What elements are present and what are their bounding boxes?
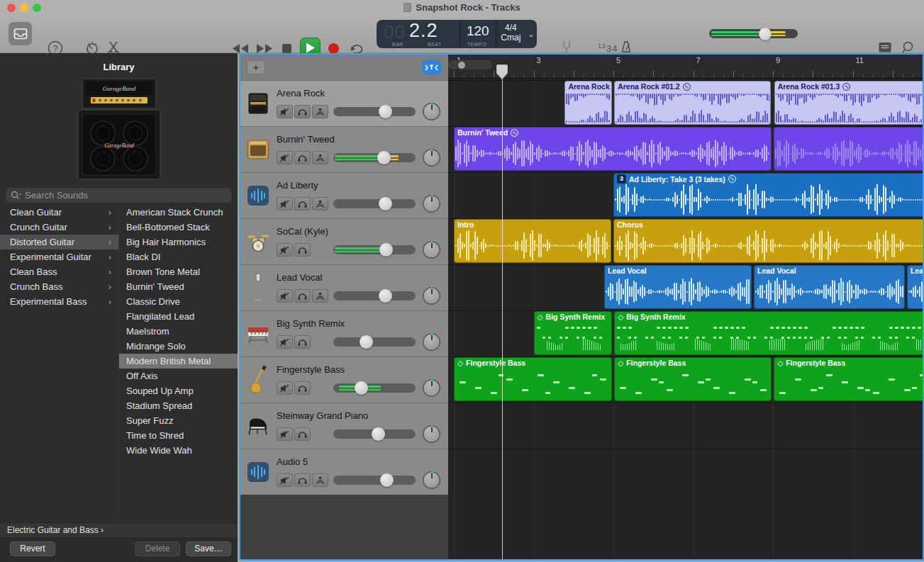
input-button[interactable] (312, 197, 328, 210)
track-filter-button[interactable] (422, 60, 441, 74)
pan-knob[interactable] (423, 471, 440, 489)
volume-slider-knob[interactable] (377, 151, 391, 164)
timeline-ruler[interactable]: 1357911 (448, 55, 923, 79)
loop-browser-button[interactable] (901, 40, 915, 55)
volume-slider-knob[interactable] (360, 335, 373, 349)
library-preset-black-di[interactable]: Black DI (119, 249, 238, 264)
track-header-ad-liberty[interactable]: Ad Liberty (240, 172, 448, 218)
record-button[interactable] (328, 43, 339, 54)
lcd-display[interactable]: 00 2.2 BAR BEAT 120 TEMPO 4/4 Cmaj ⌄ (377, 20, 537, 48)
track-volume-slider[interactable] (333, 337, 416, 347)
region-arena-rock-01-2[interactable]: Arena Rock #01.2∿ (614, 81, 771, 125)
search-sounds-field[interactable]: Search Sounds (6, 188, 232, 203)
library-preset-super-fuzz[interactable]: Super Fuzz (119, 413, 238, 428)
library-preset-wide-wide-wah[interactable]: Wide Wide Wah (119, 443, 238, 458)
pan-knob[interactable] (423, 333, 440, 351)
horizontal-zoom-slider[interactable] (448, 60, 492, 69)
region-lead-vocal[interactable]: Lead Vocal (604, 265, 752, 309)
solo-button[interactable] (294, 289, 311, 303)
mute-button[interactable] (277, 197, 293, 210)
track-volume-slider[interactable] (333, 107, 416, 116)
library-preset-time-to-shred[interactable]: Time to Shred (119, 428, 238, 443)
track-header-big-synth-remix[interactable]: Big Synth Remix (240, 310, 448, 356)
pan-knob[interactable] (423, 195, 440, 213)
input-button[interactable] (312, 289, 328, 303)
volume-slider-knob[interactable] (372, 427, 385, 441)
track-volume-slider[interactable] (333, 291, 416, 300)
solo-button[interactable] (294, 473, 311, 487)
track-volume-slider[interactable] (333, 245, 416, 254)
tuner-button[interactable] (560, 40, 573, 54)
library-preset-maelstrom[interactable]: Maelstrom (119, 324, 238, 339)
region-untitled[interactable] (774, 127, 923, 171)
volume-slider-knob[interactable] (379, 197, 392, 210)
volume-slider-knob[interactable] (379, 105, 392, 118)
metronome-button[interactable] (619, 40, 633, 55)
add-track-button[interactable]: + (247, 60, 265, 74)
library-preset-midrange-solo[interactable]: Midrange Solo (119, 339, 238, 354)
region-big-synth-remix[interactable]: ◇Big Synth Remix (534, 311, 612, 355)
input-button[interactable] (312, 151, 328, 164)
solo-button[interactable] (294, 335, 311, 349)
library-preset-off-axis[interactable]: Off Axis (119, 369, 238, 383)
track-header-fingerstyle-bass[interactable]: Fingerstyle Bass (240, 356, 448, 403)
library-breadcrumb[interactable]: Electric Guitar and Bass › (0, 522, 238, 537)
track-volume-slider[interactable] (333, 199, 416, 208)
zoom-slider-knob[interactable] (458, 62, 465, 69)
volume-slider-knob[interactable] (380, 473, 394, 487)
region-big-synth-remix[interactable]: ◇Big Synth Remix (614, 311, 923, 355)
library-preset-big-hair-harmonics[interactable]: Big Hair Harmonics (119, 235, 238, 249)
track-header-audio-5[interactable]: Audio 5 (240, 449, 448, 495)
track-volume-slider[interactable] (333, 383, 416, 393)
forward-button[interactable] (256, 43, 273, 54)
input-button[interactable] (312, 473, 328, 487)
mute-button[interactable] (277, 243, 293, 257)
solo-button[interactable] (294, 197, 311, 210)
master-volume-slider[interactable] (709, 29, 798, 38)
region-lead[interactable]: Lead (907, 265, 923, 309)
pan-knob[interactable] (423, 241, 440, 259)
track-header-arena-rock[interactable]: Arena Rock (240, 80, 448, 126)
library-preset-modern-british-metal[interactable]: Modern British Metal (119, 354, 238, 369)
mute-button[interactable] (277, 151, 293, 164)
mute-button[interactable] (277, 105, 293, 118)
pan-knob[interactable] (423, 103, 440, 120)
track-volume-slider[interactable] (333, 153, 416, 162)
mute-button[interactable] (277, 335, 293, 349)
region-fingerstyle-bass[interactable]: ◇Fingerstyle Bass (454, 357, 612, 401)
lcd-chevron[interactable]: ⌄ (525, 20, 537, 48)
track-header-socal-kyle-[interactable]: SoCal (Kyle) (240, 218, 448, 264)
notepad-button[interactable] (878, 41, 892, 54)
track-header-burnin-tweed[interactable]: Burnin' Tweed (240, 126, 448, 172)
track-header-steinway-grand-piano[interactable]: Steinway Grand Piano (240, 403, 448, 449)
save-button[interactable]: Save… (186, 541, 231, 556)
solo-button[interactable] (294, 105, 311, 118)
lane-row[interactable] (448, 449, 923, 495)
library-preset-bell-bottomed-stack[interactable]: Bell-Bottomed Stack (119, 220, 238, 235)
region-lead-vocal[interactable]: Lead Vocal (754, 265, 905, 309)
library-preset-american-stack-crunch[interactable]: American Stack Crunch (119, 205, 238, 220)
delete-button[interactable]: Delete (135, 541, 180, 556)
library-preset-burnin-tweed[interactable]: Burnin' Tweed (119, 279, 238, 294)
mute-button[interactable] (277, 289, 293, 303)
library-preset-souped-up-amp[interactable]: Souped Up Amp (119, 383, 238, 398)
count-in-button[interactable]: 1234 (598, 43, 618, 54)
mute-button[interactable] (277, 427, 293, 441)
track-volume-slider[interactable] (333, 429, 416, 439)
region-arena-rock-01-3[interactable]: Arena Rock #01.3∿ (774, 81, 923, 125)
solo-button[interactable] (294, 427, 311, 441)
volume-slider-knob[interactable] (759, 28, 772, 40)
mute-button[interactable] (277, 473, 293, 487)
rewind-button[interactable] (232, 43, 249, 54)
mute-button[interactable] (277, 381, 293, 395)
library-preset-classic-drive[interactable]: Classic Drive (119, 294, 238, 309)
stop-button[interactable] (282, 43, 292, 54)
track-header-lead-vocal[interactable]: Lead Vocal (240, 264, 448, 310)
region-fingerstyle-bass[interactable]: ◇Fingerstyle Bass (774, 357, 923, 401)
pan-knob[interactable] (423, 149, 440, 167)
region-intro[interactable]: Intro (454, 219, 611, 263)
volume-slider-knob[interactable] (379, 289, 392, 303)
solo-button[interactable] (294, 151, 311, 164)
region-chorus[interactable]: Chorus (613, 219, 923, 263)
input-button[interactable] (312, 105, 328, 118)
